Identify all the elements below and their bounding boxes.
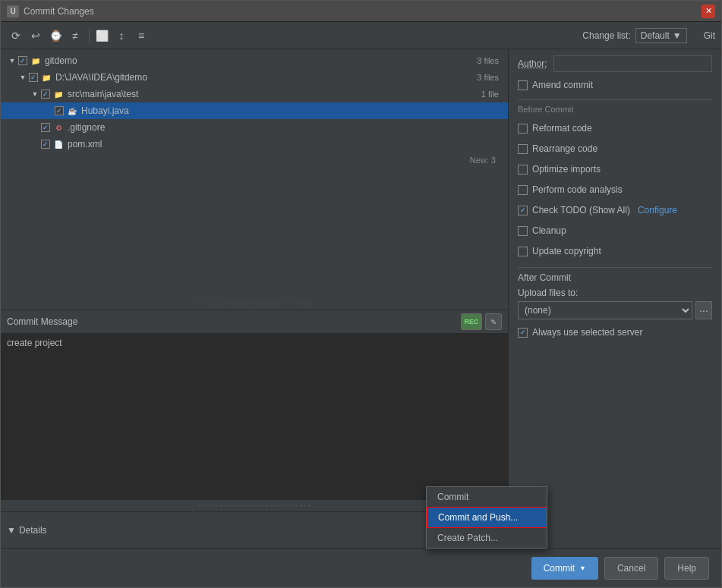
check-path1[interactable] — [28, 72, 39, 83]
main-window: U Commit Changes ✕ ⟳ ↩ ⌚ ≠ ⬜ ↕ ≡ Change … — [0, 0, 722, 588]
commit-button-label: Commit — [544, 563, 575, 574]
always-use-server-checkbox[interactable] — [518, 328, 528, 338]
optimize-label: Optimize imports — [532, 164, 601, 175]
git-label: Git — [704, 30, 715, 41]
check-gitdemo[interactable] — [17, 55, 28, 66]
toolbar: ⟳ ↩ ⌚ ≠ ⬜ ↕ ≡ Change list: Default ▼ Git — [1, 22, 721, 49]
upload-select[interactable]: (none) — [518, 301, 692, 319]
title-bar: U Commit Changes ✕ — [1, 1, 721, 22]
dots-separator-1: · · · · · · · · · · · · · · · · · · · · … — [1, 298, 508, 310]
author-input[interactable] — [553, 55, 712, 72]
dropdown-item-commit[interactable]: Commit — [427, 487, 547, 507]
rec-button[interactable]: REC — [461, 313, 482, 330]
edit-button[interactable]: ✎ — [485, 313, 502, 330]
diff-btn[interactable]: ≠ — [66, 27, 84, 45]
author-label: Author: — [518, 58, 547, 69]
checkbox-path2[interactable] — [41, 90, 50, 99]
tree-row-path2[interactable]: ▼ 📁 src\main\java\test 1 file — [1, 86, 508, 102]
file-tree[interactable]: ▼ 📁 gitdemo 3 files ▼ 📁 D:\JAVA\IDEA\git… — [1, 49, 508, 298]
expand-btn[interactable]: ⬜ — [93, 27, 111, 45]
todo-checkbox[interactable] — [518, 206, 528, 215]
sort-btn[interactable]: ↕ — [112, 27, 131, 45]
option-analyze: Perform code analysis — [518, 181, 712, 198]
before-commit-title: Before Commit — [518, 99, 712, 114]
tree-row-hubayi[interactable]: ☕ Hubayi.java — [1, 102, 508, 119]
option-rearrange: Rearrange code — [518, 140, 712, 157]
arrow-path2: ▼ — [30, 89, 40, 99]
java-icon-hubayi: ☕ — [66, 105, 78, 117]
history-btn[interactable]: ⌚ — [46, 27, 65, 45]
option-cleanup: Cleanup — [518, 222, 712, 239]
changelist-value: Default — [641, 30, 670, 41]
badge-path2: 1 file — [481, 90, 505, 99]
refresh-btn[interactable]: ⟳ — [7, 27, 25, 45]
label-hubayi: Hubayi.java — [81, 105, 129, 116]
checkbox-hubayi[interactable] — [55, 106, 64, 115]
changelist-dropdown[interactable]: Default ▼ — [635, 28, 687, 43]
option-todo: Check TODO (Show All) Configure — [518, 202, 712, 219]
option-copyright: Update copyright — [518, 243, 712, 259]
folder-icon-path2: 📁 — [52, 88, 65, 100]
help-button[interactable]: Help — [664, 557, 709, 580]
filter-btn[interactable]: ≡ — [132, 27, 150, 45]
optimize-checkbox[interactable] — [518, 165, 528, 175]
amend-checkbox[interactable] — [518, 80, 528, 90]
check-path2[interactable] — [40, 89, 51, 99]
changelist-area: Change list: Default ▼ Git — [582, 28, 715, 43]
after-commit-title: After Commit — [518, 267, 712, 283]
analyze-checkbox[interactable] — [518, 185, 528, 195]
check-gitignore[interactable] — [40, 122, 51, 133]
check-pomxml[interactable] — [40, 139, 51, 149]
dropdown-item-create-patch[interactable]: Create Patch... — [427, 528, 547, 548]
footer: Commit ▼ Cancel Help — [1, 548, 721, 587]
label-path1: D:\JAVA\IDEA\gitdemo — [55, 72, 147, 83]
upload-more-btn[interactable]: ··· — [695, 301, 712, 319]
arrow-pomxml — [30, 139, 40, 149]
rearrange-checkbox[interactable] — [518, 144, 528, 154]
rearrange-label: Rearrange code — [532, 143, 597, 154]
upload-label: Upload files to: — [518, 288, 712, 298]
cancel-button[interactable]: Cancel — [604, 557, 658, 580]
details-toggle[interactable]: ▼ Details — [7, 525, 47, 536]
todo-label: Check TODO (Show All) — [532, 205, 630, 215]
new-files-badge: New: 3 — [470, 156, 502, 165]
commit-message-input[interactable]: create project — [1, 333, 508, 500]
arrow-gitignore — [30, 122, 40, 133]
commit-button[interactable]: Commit ▼ — [531, 557, 598, 580]
reformat-checkbox[interactable] — [518, 124, 528, 134]
xml-icon-pomxml: 📄 — [52, 138, 65, 150]
badge-path1: 3 files — [477, 73, 505, 82]
after-commit-section: After Commit Upload files to: (none) ···… — [518, 267, 712, 341]
message-actions: REC ✎ — [461, 313, 502, 330]
copyright-checkbox[interactable] — [518, 247, 528, 256]
tree-row-gitignore[interactable]: ⚙ .gitignore — [1, 119, 508, 136]
arrow-path1: ▼ — [17, 72, 28, 83]
tree-row-pomxml[interactable]: 📄 pom.xml — [1, 136, 508, 153]
arrow-hubayi — [43, 105, 54, 116]
details-label: Details — [19, 525, 47, 536]
close-button[interactable]: ✕ — [702, 5, 715, 18]
changelist-label: Change list: — [582, 30, 630, 41]
check-hubayi[interactable] — [54, 105, 65, 116]
cleanup-label: Cleanup — [532, 225, 566, 236]
analyze-label: Perform code analysis — [532, 184, 623, 195]
commit-message-section: Commit Message REC ✎ create project — [1, 310, 508, 500]
checkbox-gitignore[interactable] — [41, 123, 50, 132]
folder-icon-gitdemo: 📁 — [30, 55, 42, 67]
configure-link[interactable]: Configure — [638, 205, 677, 215]
help-button-label: Help — [677, 563, 696, 574]
tree-row-path1[interactable]: ▼ 📁 D:\JAVA\IDEA\gitdemo 3 files — [1, 69, 508, 86]
revert-btn[interactable]: ↩ — [27, 27, 45, 45]
checkbox-path1[interactable] — [29, 73, 38, 82]
checkbox-pomxml[interactable] — [41, 140, 50, 149]
checkbox-gitdemo[interactable] — [18, 56, 27, 65]
main-content: ▼ 📁 gitdemo 3 files ▼ 📁 D:\JAVA\IDEA\git… — [1, 49, 721, 548]
dropdown-item-commit-push[interactable]: Commit and Push... — [427, 507, 547, 528]
always-use-server-label: Always use selected server — [532, 327, 642, 338]
cleanup-checkbox[interactable] — [518, 226, 528, 236]
reformat-label: Reformat code — [532, 123, 592, 134]
folder-icon-path1: 📁 — [40, 71, 52, 83]
badge-gitdemo: 3 files — [477, 56, 505, 65]
tree-row-gitdemo[interactable]: ▼ 📁 gitdemo 3 files — [1, 52, 508, 69]
label-pomxml: pom.xml — [68, 139, 102, 149]
